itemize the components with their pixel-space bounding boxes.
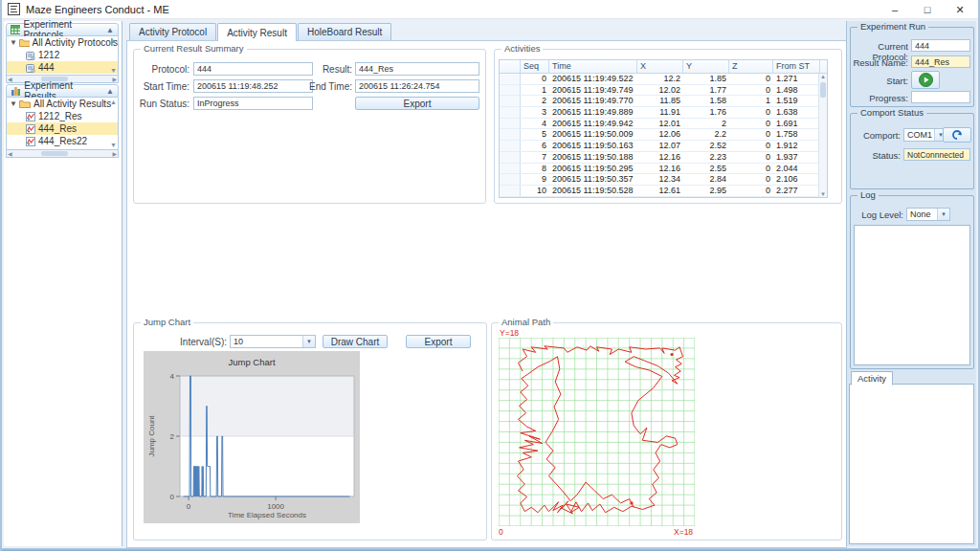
table-icon — [11, 25, 20, 34]
comport-combo[interactable]: COM1 ▼ — [903, 128, 947, 142]
tree-item-1212_Res[interactable]: 1212_Res — [7, 110, 118, 122]
scroll-left-icon[interactable]: ◀ — [8, 150, 12, 157]
tree-item-444_Res22[interactable]: 444_Res22 — [7, 135, 118, 147]
results-panel-header[interactable]: Experiment Results ▲ — [6, 84, 119, 98]
activity-panel — [849, 384, 974, 544]
export-result-button[interactable]: Export — [355, 97, 479, 110]
log-level-combo[interactable]: None ▼ — [906, 208, 950, 221]
table-row[interactable]: 4200615 11:19:49.94212.01201.691 — [500, 119, 827, 130]
table-cell: 1 — [729, 96, 773, 106]
chevron-down-icon[interactable]: ▼ — [937, 209, 949, 220]
chevron-down-icon[interactable]: ▼ — [302, 336, 315, 347]
export-chart-button[interactable]: Export — [406, 335, 471, 348]
table-row[interactable]: 3200615 11:19:49.88911.911.7601.638 — [500, 107, 827, 119]
scroll-thumb[interactable] — [820, 82, 826, 98]
table-cell: 10 — [521, 186, 549, 196]
experiment-run-title: Experiment Run — [858, 21, 928, 32]
scroll-up-icon[interactable]: ▲ — [819, 74, 827, 79]
tree-item-label: 444_Res — [38, 123, 77, 134]
table-row[interactable]: 10200615 11:19:50.52812.612.9502.277 — [500, 186, 827, 197]
row-header-cell — [500, 85, 521, 96]
table-cell: 5 — [521, 129, 549, 140]
column-header-X[interactable]: X — [637, 60, 683, 73]
tab-activity-protocol[interactable]: Activity Protocol — [129, 23, 216, 40]
interval-combo[interactable]: 10 ▼ — [230, 335, 316, 348]
table-cell: 12.2 — [637, 74, 683, 84]
collapse-icon[interactable]: ▲ — [106, 26, 114, 34]
close-button[interactable]: ✕ — [944, 0, 976, 19]
protocol-field[interactable] — [193, 62, 313, 76]
table-row[interactable]: 9200615 11:19:50.35712.342.8402.106 — [500, 174, 827, 186]
run-status-field[interactable] — [193, 97, 313, 110]
row-header-cell — [500, 152, 521, 163]
status-field[interactable] — [903, 148, 970, 161]
expander-icon[interactable]: ▼ — [10, 38, 16, 47]
row-header-cell — [500, 186, 521, 196]
table-row[interactable]: 5200615 11:19:50.00912.062.201.758 — [500, 129, 827, 141]
row-header-cell — [500, 107, 521, 118]
table-row[interactable]: 6200615 11:19:50.16312.072.5201.912 — [500, 141, 827, 152]
tree-root-protocols[interactable]: ▼ All Activity Protocols — [7, 36, 118, 49]
tree-root-label: All Activity Protocols — [33, 37, 118, 48]
result-field[interactable] — [355, 62, 479, 76]
jump-yaxis-label: Jump Count — [147, 415, 156, 457]
end-time-field[interactable] — [355, 79, 479, 93]
scroll-right-icon[interactable]: ▶ — [112, 150, 117, 157]
scroll-left-icon[interactable]: ◀ — [8, 76, 12, 82]
draw-chart-button[interactable]: Draw Chart — [323, 335, 388, 348]
table-cell: 200615 11:19:50.163 — [549, 141, 637, 151]
results-hscrollbar[interactable]: ◀ ▶ — [6, 150, 119, 158]
start-label: Start: — [851, 76, 908, 86]
current-protocol-field[interactable] — [911, 39, 970, 52]
table-row[interactable]: 7200615 11:19:50.18812.162.2301.937 — [500, 152, 827, 164]
tree-root-label: All Activity Results — [33, 99, 111, 109]
activities-table[interactable]: SeqTimeXYZFrom ST 0200615 11:19:49.52212… — [499, 59, 828, 198]
row-header-cell — [500, 141, 521, 151]
tree-item-1212[interactable]: 1212 — [7, 49, 118, 61]
activities-vscrollbar[interactable]: ▲ ▼ — [818, 74, 827, 197]
table-row[interactable]: 1200615 11:19:49.74912.021.7701.498 — [500, 85, 827, 97]
table-cell: 200615 11:19:49.770 — [549, 96, 637, 106]
start-button[interactable] — [911, 71, 940, 89]
collapse-icon[interactable]: ▲ — [106, 87, 114, 96]
scroll-right-icon[interactable]: ▶ — [112, 76, 117, 82]
tab-activity-result[interactable]: Activity Result — [217, 23, 297, 41]
minimize-button[interactable]: – — [879, 0, 911, 19]
tree-root-results[interactable]: ▼ All Activity Results — [7, 98, 118, 110]
tree-item-444[interactable]: 444 — [7, 61, 118, 74]
table-row[interactable]: 0200615 11:19:49.52212.21.8501.271 — [500, 74, 827, 85]
table-cell: 0 — [729, 141, 773, 151]
scroll-thumb[interactable] — [41, 151, 68, 156]
app-window: Maze Engineers Conduct - ME – □ ✕ Experi… — [0, 0, 980, 551]
scroll-up-icon[interactable]: ▲ — [110, 37, 117, 44]
tree-item-444_Res[interactable]: 444_Res — [7, 122, 118, 135]
table-cell: 200615 11:19:50.357 — [549, 174, 637, 185]
table-row[interactable]: 8200615 11:19:50.29512.162.5502.044 — [500, 164, 827, 175]
maximize-button[interactable]: □ — [911, 0, 944, 19]
column-header-Time[interactable]: Time — [549, 60, 637, 73]
column-header-Y[interactable]: Y — [683, 60, 729, 73]
scroll-up-icon[interactable]: ▲ — [110, 99, 117, 105]
start-time-field[interactable] — [193, 79, 313, 93]
protocols-panel: Experiment Protocols ▲ ▼ All Activity Pr… — [6, 23, 119, 83]
tab-activity-bottom[interactable]: Activity — [851, 371, 893, 386]
column-header-Z[interactable]: Z — [729, 60, 773, 73]
column-header-Seq[interactable]: Seq — [521, 60, 549, 73]
scroll-down-icon[interactable]: ▼ — [110, 67, 117, 74]
table-corner-cell — [500, 60, 521, 73]
expander-icon[interactable]: ▼ — [10, 99, 16, 108]
result-name-field[interactable] — [911, 55, 970, 68]
tab-holeboard-result[interactable]: HoleBoard Result — [298, 23, 391, 40]
folder-icon — [19, 99, 31, 108]
column-header-From ST[interactable]: From ST — [773, 60, 820, 73]
protocols-panel-header[interactable]: Experiment Protocols ▲ — [6, 23, 119, 36]
table-cell: 200615 11:19:49.749 — [549, 85, 637, 96]
progress-label: Progress: — [851, 93, 908, 103]
scroll-down-icon[interactable]: ▼ — [819, 191, 827, 197]
progress-field[interactable] — [911, 91, 970, 103]
refresh-comport-button[interactable] — [943, 127, 971, 143]
table-row[interactable]: 2200615 11:19:49.77011.851.5811.519 — [500, 96, 827, 107]
table-cell: 6 — [521, 141, 549, 151]
scroll-down-icon[interactable]: ▼ — [110, 142, 117, 148]
table-cell: 0 — [729, 107, 773, 118]
